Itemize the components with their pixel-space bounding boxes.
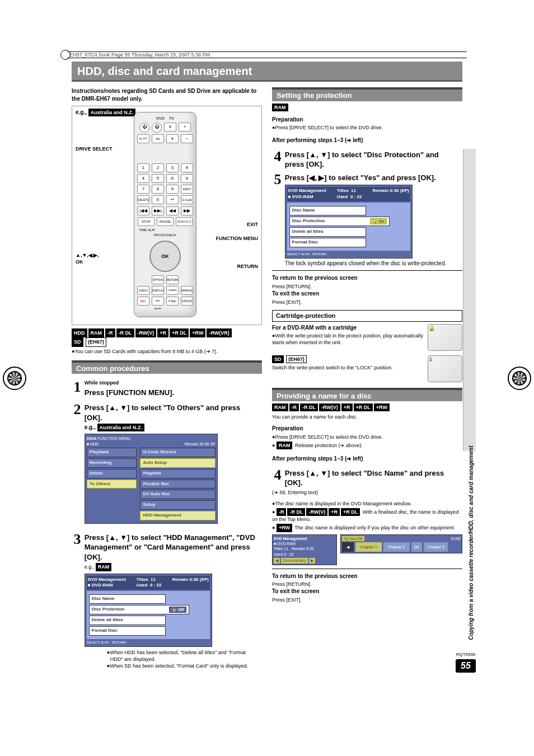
- right-step-5-number: 5: [272, 170, 283, 189]
- setting-protection-heading: Setting the protection: [272, 87, 462, 101]
- step-2-number: 2: [72, 400, 83, 419]
- registration-mark-right: [508, 367, 531, 390]
- step-3-main: Press [▲, ▼] to select "HDD Management",…: [85, 533, 259, 562]
- cartridge-lock-illustration: 🔒: [428, 324, 462, 351]
- ok-ring: OK: [149, 241, 181, 272]
- function-menu-screen: DIGA FUNCTION MENU ■ HDDRemain 30:00 SP …: [85, 434, 218, 523]
- header-text: EH57_67GX.book Page 55 Thursday, March 1…: [69, 52, 210, 58]
- intro-note: Instructions/notes regarding SD Cards an…: [72, 87, 262, 102]
- step-3-notes: ●When HDD has been selected, "Delete all…: [85, 649, 259, 669]
- registration-mark-left: [3, 367, 26, 390]
- sd-footnote: ●You can use SD Cards with capacities fr…: [72, 348, 262, 355]
- step-1-main: Press [FUNCTION MENU].: [85, 388, 259, 398]
- step-1-small: While stopped: [85, 379, 259, 386]
- running-header: EH57_67GX.book Page 55 Thursday, March 1…: [67, 51, 467, 58]
- title-strip-illustration: DVD Management■ DVD-RAM Titles 11 Remain…: [272, 534, 462, 565]
- sd-lock-illustration: ⇩: [428, 355, 462, 382]
- label-exit: EXIT: [247, 221, 258, 228]
- label-arrows-ok: ▲,▼,◀,▶, OK: [76, 252, 99, 265]
- dvd-management-screen: DVD Management■ DVD-RAM Titles 11 Used 0…: [85, 574, 212, 647]
- after-steps-note: After performing steps 1–3 (➔ left): [272, 137, 462, 144]
- right-step-4-number: 4: [272, 147, 283, 166]
- common-procedures-heading: Common procedures: [72, 360, 262, 374]
- label-drive-select: DRIVE SELECT: [76, 145, 113, 152]
- cartridge-protection-heading: Cartridge-protection: [272, 310, 462, 322]
- right-column: Setting the protection RAM Preparation ●…: [272, 87, 462, 675]
- disc-protection-on-screen: DVD Management■ DVD-RAM Titles 11 Used 0…: [285, 185, 413, 259]
- providing-name-heading: Providing a name for a disc: [272, 388, 462, 402]
- preparation-label: Preparation: [272, 116, 303, 123]
- step-3-number: 3: [72, 529, 83, 549]
- left-column: Instructions/notes regarding SD Cards an…: [72, 87, 262, 675]
- side-tab: Copying from a video cassette recorder/H…: [463, 149, 476, 451]
- media-tags: HDDRAM-R-R DL-RW(V)+R+R DL+RW-RW(VR) SD …: [72, 328, 262, 347]
- step-1-number: 1: [72, 377, 83, 397]
- name-step-4-number: 4: [272, 465, 283, 485]
- label-return: RETURN: [237, 263, 259, 270]
- remote-illustration: e.g., Australia and N.Z. DRIVE SELECT EX…: [72, 106, 262, 325]
- page-title: HDD, disc and card management: [72, 62, 462, 82]
- remote-body: DVD TV ⏻⏻∧+ D.TTAV∨− 123∧ 456∨ 789INPUT …: [134, 112, 196, 317]
- page-number: RQT8906 55: [456, 652, 476, 672]
- label-function-menu: FUNCTION MENU: [216, 235, 259, 242]
- step-2-main: Press [▲, ▼] to select "To Others" and p…: [85, 403, 259, 422]
- lock-caption: The lock symbol appears closed when the …: [285, 260, 460, 267]
